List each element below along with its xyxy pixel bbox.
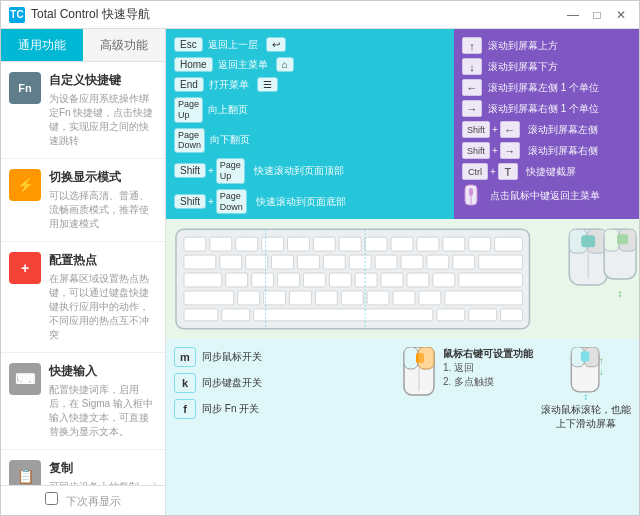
- copy-arrow: ›: [152, 476, 157, 485]
- svg-rect-8: [287, 237, 309, 251]
- copy-icon: 📋: [9, 460, 41, 485]
- end-key: End: [174, 77, 204, 92]
- end-desc: 打开菜单: [209, 78, 249, 92]
- mouse-right-item1: 1. 返回: [443, 361, 533, 375]
- arrow-right-row: → 滚动到屏幕右侧 1 个单位: [462, 100, 631, 117]
- arrow-right-desc: 滚动到屏幕右侧 1 个单位: [488, 102, 599, 116]
- sidebar-item-fn-key[interactable]: Fn 自定义快捷键 为设备应用系统操作绑定Fn 快捷键，点击快捷键，实现应用之间…: [1, 62, 165, 159]
- arrow-right-btn: →: [462, 100, 482, 117]
- mouse-middle-row: 点击鼠标中键返回主菜单: [462, 184, 631, 208]
- svg-rect-52: [254, 309, 433, 321]
- esc-key: Esc: [174, 37, 203, 52]
- main-window: TC Total Control 快速导航 — □ ✕ 通用功能 高级功能: [0, 0, 640, 516]
- svg-rect-26: [427, 255, 449, 269]
- k-label: 同步键盘开关: [202, 376, 262, 390]
- svg-rect-64: [604, 229, 619, 251]
- keyboard-icon: ⌨: [9, 363, 41, 395]
- arrow-down-btn: ↓: [462, 58, 482, 75]
- toggle-k-row: k 同步键盘开关: [174, 373, 391, 393]
- dont-show-again-checkbox[interactable]: [45, 492, 58, 505]
- pagedown-key: PageDown: [174, 128, 205, 154]
- svg-rect-33: [303, 273, 325, 287]
- svg-rect-12: [391, 237, 413, 251]
- svg-rect-11: [365, 237, 387, 251]
- m-label: 同步鼠标开关: [202, 350, 262, 364]
- sidebar-item-hotspot[interactable]: + 配置热点 在屏幕区域设置热点热键，可以通过键盘快捷键执行应用中的动作，不同应…: [1, 242, 165, 353]
- shift-pagedown-combo: Shift + PageDown: [174, 189, 247, 215]
- home-desc: 返回主菜单: [218, 58, 268, 72]
- quick-input-desc: 配置快捷词库，启用后，在 Sigma 输入框中输入快捷文本，可直接替换为显示文本…: [49, 383, 157, 439]
- mouse-middle-desc: 点击鼠标中键返回主菜单: [490, 189, 600, 203]
- esc-icon: ↩: [266, 37, 286, 52]
- esc-desc: 返回上一层: [208, 38, 258, 52]
- fn-key-title: 自定义快捷键: [49, 72, 157, 89]
- svg-text:↕: ↕: [618, 288, 623, 299]
- toggle-keys: m 同步鼠标开关 k 同步键盘开关 f 同步 Fn 开关: [174, 347, 391, 431]
- svg-rect-25: [401, 255, 423, 269]
- svg-rect-77: [581, 351, 590, 361]
- svg-rect-45: [341, 291, 363, 305]
- sidebar-item-quick-input[interactable]: ⌨ 快捷输入 配置快捷词库，启用后，在 Sigma 输入框中输入快捷文本，可直接…: [1, 353, 165, 450]
- shift-right-desc: 滚动到屏幕右侧: [528, 144, 598, 158]
- svg-rect-53: [437, 309, 465, 321]
- svg-rect-32: [278, 273, 300, 287]
- svg-rect-35: [355, 273, 377, 287]
- svg-rect-4: [184, 237, 206, 251]
- svg-rect-19: [246, 255, 268, 269]
- plus-icon: +: [9, 252, 41, 284]
- svg-rect-16: [495, 237, 523, 251]
- toggle-mode-desc: 可以选择高清、普通、流畅画质模式，推荐使用加速模式: [49, 189, 157, 231]
- sidebar-items-list: Fn 自定义快捷键 为设备应用系统操作绑定Fn 快捷键，点击快捷键，实现应用之间…: [1, 62, 165, 485]
- svg-text:↓: ↓: [599, 366, 604, 377]
- scroll-desc: 滚动鼠标滚轮，也能上下滑动屏幕: [541, 403, 631, 431]
- svg-rect-21: [297, 255, 319, 269]
- svg-text:↑: ↑: [599, 355, 604, 366]
- main-content: 通用功能 高级功能 Fn 自定义快捷键 为设备应用系统操作绑定Fn 快捷键，点击…: [1, 29, 639, 515]
- tab-general[interactable]: 通用功能: [1, 29, 83, 61]
- toggle-m-row: m 同步鼠标开关: [174, 347, 391, 367]
- mouse-right-title: 鼠标右键可设置功能 1. 返回 2. 多点触摸: [399, 347, 533, 402]
- svg-rect-41: [238, 291, 260, 305]
- svg-rect-14: [443, 237, 465, 251]
- sidebar-item-toggle-mode[interactable]: ⚡ 切换显示模式 可以选择高清、普通、流畅画质模式，推荐使用加速模式: [1, 159, 165, 242]
- fn-icon: Fn: [9, 72, 41, 104]
- f-key: f: [174, 399, 196, 419]
- end-icon: ☰: [257, 77, 278, 92]
- svg-rect-66: [617, 234, 628, 244]
- svg-rect-30: [226, 273, 248, 287]
- maximize-button[interactable]: □: [587, 7, 607, 23]
- sidebar-tabs: 通用功能 高级功能: [1, 29, 165, 62]
- k-key: k: [174, 373, 196, 393]
- svg-rect-1: [469, 188, 473, 196]
- keyboard-svg: ↕: [166, 219, 639, 339]
- minimize-button[interactable]: —: [563, 7, 583, 23]
- mouse-right-item2: 2. 多点触摸: [443, 375, 533, 389]
- copy-desc: 可同步设备上的复制内容到电脑剪切板: [49, 480, 148, 485]
- svg-rect-5: [210, 237, 232, 251]
- sidebar-item-copy[interactable]: 📋 复制 可同步设备上的复制内容到电脑剪切板 ›: [1, 450, 165, 485]
- sidebar-footer[interactable]: 下次再显示: [1, 485, 165, 515]
- svg-rect-18: [220, 255, 242, 269]
- hotspot-title: 配置热点: [49, 252, 157, 269]
- window-title: Total Control 快速导航: [31, 6, 563, 23]
- scroll-info-panel: ↕ ↑ ↓ 滚动鼠标滚轮，也能上下滑动屏幕: [541, 347, 631, 431]
- titlebar: TC Total Control 快速导航 — □ ✕: [1, 1, 639, 29]
- f-label: 同步 Fn 开关: [202, 402, 259, 416]
- svg-rect-23: [349, 255, 371, 269]
- svg-rect-44: [315, 291, 337, 305]
- arrow-left-btn: ←: [462, 79, 482, 96]
- svg-rect-73: [418, 347, 434, 369]
- arrow-left-row: ← 滚动到屏幕左侧 1 个单位: [462, 79, 631, 96]
- home-icon: ⌂: [276, 57, 294, 72]
- shift-right-row: Shift + → 滚动到屏幕右侧: [462, 142, 631, 159]
- toggle-mode-title: 切换显示模式: [49, 169, 157, 186]
- svg-text:↕: ↕: [584, 391, 589, 402]
- ctrl-t-desc: 快捷键截屏: [526, 165, 576, 179]
- svg-rect-27: [453, 255, 475, 269]
- shift-pagedown-row: Shift + PageDown 快速滚动到页面底部: [174, 189, 446, 215]
- tab-advanced[interactable]: 高级功能: [83, 29, 165, 61]
- close-button[interactable]: ✕: [611, 7, 631, 23]
- end-row: End 打开菜单 ☰: [174, 77, 446, 92]
- svg-rect-6: [236, 237, 258, 251]
- svg-rect-13: [417, 237, 439, 251]
